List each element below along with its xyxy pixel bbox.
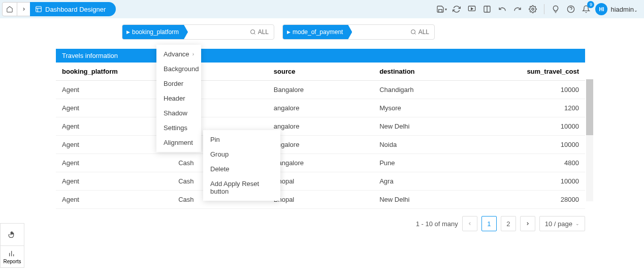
- refresh-icon: [453, 5, 461, 13]
- cell-booking-platform: Agent: [56, 136, 172, 154]
- redo-icon: [513, 5, 522, 13]
- col-destination[interactable]: destination: [373, 63, 479, 81]
- chevron-left-icon: [467, 221, 472, 226]
- menu-label: Shadow: [164, 109, 187, 117]
- pagination: 1 - 10 of many 1 2 10 / page ⌄: [56, 216, 585, 231]
- cell-booking-platform: Agent: [56, 117, 172, 136]
- triangle-right-icon: ▶: [287, 29, 291, 35]
- page-size-select[interactable]: 10 / page ⌄: [539, 216, 585, 231]
- settings-button[interactable]: [527, 3, 539, 15]
- work-area: ▶ booking_platform ALL ▶ mode_of_payment…: [0, 18, 644, 231]
- svg-line-11: [254, 33, 255, 34]
- menu-label: Add Apply Reset button: [210, 180, 273, 195]
- col-booking-platform[interactable]: booking_platform: [56, 63, 172, 81]
- redo-button[interactable]: [511, 3, 524, 15]
- next-page-button[interactable]: [520, 216, 535, 231]
- widget-title: Travels information: [56, 49, 585, 63]
- widget-context-menu: Advance › Background Border Header Shado…: [156, 45, 201, 152]
- pointer-icon: [8, 231, 16, 239]
- menu-settings[interactable]: Settings: [156, 120, 201, 135]
- cell-destination: Mysore: [373, 99, 479, 117]
- dashboard-icon: [35, 6, 42, 13]
- table-row[interactable]: AgentCashBhopalNew Delhi28000: [56, 191, 585, 209]
- cell-sum-travel-cost: 28000: [479, 191, 585, 209]
- present-icon: [468, 5, 476, 13]
- cell-booking-platform: Agent: [56, 99, 172, 117]
- chevron-right-icon: [525, 221, 530, 226]
- cell-sum-travel-cost: 1200: [479, 99, 585, 117]
- col-sum-travel-cost[interactable]: sum_travel_cost: [479, 63, 585, 81]
- table-row[interactable]: AgentCashangaloreNoida10000: [56, 136, 585, 154]
- prev-page-button[interactable]: [462, 216, 477, 231]
- table-row[interactable]: AgentCashBangalorePune4800: [56, 154, 585, 172]
- data-table: booking_platform yment source destinatio…: [56, 63, 585, 209]
- save-dropdown-button[interactable]: ▾: [435, 3, 447, 15]
- filter-label: ▶ mode_of_payment: [283, 25, 352, 39]
- menu-label: Pin: [210, 136, 220, 143]
- scroll-thumb[interactable]: [586, 79, 593, 135]
- cell-destination: Chandigarh: [373, 81, 479, 99]
- table-row[interactable]: AgentangaloreNew Delhi10000: [56, 117, 585, 136]
- cell-source: angalore: [268, 136, 373, 154]
- hint-button[interactable]: [550, 3, 562, 15]
- refresh-button[interactable]: [450, 3, 463, 15]
- dock-label: Reports: [3, 259, 21, 264]
- menu-header[interactable]: Header: [156, 91, 201, 106]
- menu-pin[interactable]: Pin: [203, 132, 280, 147]
- nav-right: ▾ 9 HI hiadmin⌄: [435, 3, 642, 15]
- menu-background[interactable]: Background: [156, 61, 201, 76]
- notifications-button[interactable]: 9: [580, 3, 592, 15]
- gear-icon: [529, 5, 537, 13]
- cell-destination: Agra: [373, 172, 479, 191]
- filter-mode-of-payment[interactable]: ▶ mode_of_payment ALL: [282, 24, 435, 40]
- breadcrumb-next-button[interactable]: [17, 2, 30, 16]
- page-1-button[interactable]: 1: [481, 216, 497, 231]
- bulb-icon: [552, 5, 560, 13]
- cell-source: Bangalore: [268, 81, 373, 99]
- save-icon: [436, 5, 444, 13]
- dashboard-designer-tab[interactable]: Dashboard Designer: [30, 2, 116, 16]
- user-menu[interactable]: hiadmin⌄: [610, 6, 638, 13]
- user-avatar[interactable]: HI: [595, 3, 607, 15]
- menu-group[interactable]: Group: [203, 147, 280, 162]
- vertical-scrollbar[interactable]: [586, 79, 593, 201]
- home-icon: [6, 6, 13, 13]
- table-header-row: booking_platform yment source destinatio…: [56, 63, 585, 81]
- chart-icon: [8, 250, 16, 258]
- home-button[interactable]: [2, 2, 17, 16]
- filter-search[interactable]: ALL: [405, 28, 434, 36]
- left-dock: Reports: [0, 223, 27, 268]
- present-button[interactable]: [466, 3, 478, 15]
- col-source[interactable]: source: [268, 63, 373, 81]
- page-2-button[interactable]: 2: [501, 216, 516, 231]
- menu-add-apply-reset[interactable]: Add Apply Reset button: [203, 176, 280, 199]
- menu-border[interactable]: Border: [156, 76, 201, 91]
- filter-row: ▶ booking_platform ALL ▶ mode_of_payment…: [0, 24, 644, 40]
- layout-button[interactable]: [481, 3, 493, 15]
- menu-advance[interactable]: Advance ›: [156, 47, 201, 61]
- menu-label: Group: [210, 150, 229, 158]
- filter-search[interactable]: ALL: [245, 28, 274, 36]
- undo-button[interactable]: [496, 3, 508, 15]
- menu-shadow[interactable]: Shadow: [156, 106, 201, 120]
- travels-table-widget[interactable]: Travels information booking_platform yme…: [56, 49, 585, 231]
- table-row[interactable]: AgentBangaloreChandigarh10000: [56, 81, 585, 99]
- table-row[interactable]: AgentCashBhopalAgra10000: [56, 172, 585, 191]
- filter-value: ALL: [258, 28, 269, 36]
- menu-label: Alignment: [164, 139, 193, 146]
- page-title: Dashboard Designer: [45, 6, 106, 13]
- cell-booking-platform: Agent: [56, 154, 172, 172]
- filter-value: ALL: [418, 28, 429, 36]
- settings-submenu: Pin Group Delete Add Apply Reset button: [203, 130, 280, 201]
- help-button[interactable]: [565, 3, 577, 15]
- menu-alignment[interactable]: Alignment: [156, 135, 201, 150]
- menu-label: Delete: [210, 165, 230, 173]
- dock-interact-button[interactable]: [0, 223, 24, 245]
- table-row[interactable]: AgentangaloreMysore1200: [56, 99, 585, 117]
- page-size-label: 10 / page: [545, 220, 572, 228]
- cell-destination: Pune: [373, 154, 479, 172]
- dock-reports-button[interactable]: Reports: [0, 245, 24, 268]
- menu-delete[interactable]: Delete: [203, 162, 280, 176]
- svg-rect-0: [36, 7, 42, 12]
- filter-booking-platform[interactable]: ▶ booking_platform ALL: [122, 24, 274, 40]
